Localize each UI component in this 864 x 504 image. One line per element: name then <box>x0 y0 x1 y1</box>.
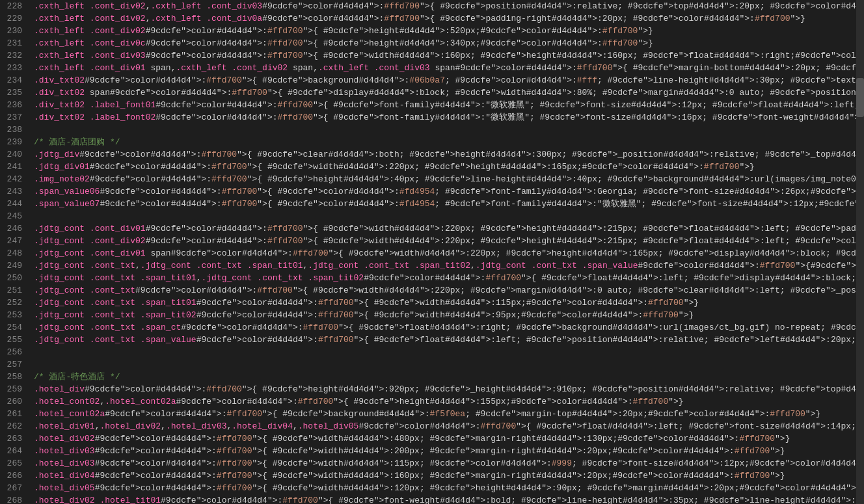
code-line: .hotel_cont02a#9cdcfe">color#d4d4d4">:#f… <box>34 408 864 420</box>
line-number: 234 <box>0 74 22 86</box>
line-number: 257 <box>0 358 22 371</box>
line-number: 250 <box>0 272 22 284</box>
code-line: .cxth_left .cont_div02#9cdcfe">color#d4d… <box>34 25 864 37</box>
line-number: 246 <box>0 222 22 235</box>
line-number: 267 <box>0 482 22 494</box>
line-number: 236 <box>0 99 22 111</box>
code-line <box>34 210 864 222</box>
line-number: 243 <box>0 185 22 198</box>
line-number: 247 <box>0 235 22 247</box>
line-number: 244 <box>0 198 22 210</box>
code-line: .jdtg_cont .cont_div01 span#9cdcfe">colo… <box>34 247 864 259</box>
code-line: .img_note02#9cdcfe">color#d4d4d4">:#ffd7… <box>34 173 864 185</box>
code-line: .div_txt02 .label_font02#9cdcfe">color#d… <box>34 111 864 124</box>
line-number: 268 <box>0 494 22 504</box>
code-line: .cxth_left .cont_div02,.cxth_left .cont_… <box>34 0 864 12</box>
code-line <box>34 358 864 371</box>
line-number: 256 <box>0 346 22 358</box>
line-number: 255 <box>0 334 22 346</box>
code-line: .hotel_div#9cdcfe">color#d4d4d4">:#ffd70… <box>34 383 864 395</box>
line-number: 232 <box>0 49 22 62</box>
line-number: 248 <box>0 247 22 259</box>
line-number: 237 <box>0 111 22 124</box>
line-number: 254 <box>0 321 22 334</box>
code-line: .jdtg_cont .cont_txt .span_value#9cdcfe"… <box>34 334 864 346</box>
line-number: 233 <box>0 62 22 74</box>
line-number: 261 <box>0 408 22 420</box>
code-line: .hotel_div01,.hotel_div02,.hotel_div03,.… <box>34 420 864 432</box>
code-line: .jdtg_cont .cont_div01#9cdcfe">color#d4d… <box>34 222 864 235</box>
code-line: .hotel_div03#9cdcfe">color#d4d4d4">:#ffd… <box>34 457 864 470</box>
line-number: 260 <box>0 395 22 408</box>
line-number: 253 <box>0 309 22 321</box>
line-number: 242 <box>0 173 22 185</box>
line-number: 240 <box>0 148 22 161</box>
code-line: .jdtg_cont .cont_txt .span_tit01,.jdtg_c… <box>34 272 864 284</box>
code-line: .jdtg_cont .cont_txt#9cdcfe">color#d4d4d… <box>34 284 864 297</box>
code-line: .cxth_left .cont_div01 span,.cxth_left .… <box>34 62 864 74</box>
line-number: 231 <box>0 37 22 49</box>
code-line: .cxth_left .cont_div03#9cdcfe">color#d4d… <box>34 49 864 62</box>
code-line: .cxth_left .cont_div0c#9cdcfe">color#d4d… <box>34 37 864 49</box>
code-line <box>34 346 864 358</box>
code-area[interactable]: .cxth_left .cont_div02,.cxth_left .cont_… <box>27 0 864 504</box>
line-number: 258 <box>0 371 22 383</box>
code-line: .hotel_cont02,.hotel_cont02a#9cdcfe">col… <box>34 395 864 408</box>
code-line: /* 酒店-酒店团购 */ <box>34 136 864 148</box>
code-line: .hotel_div04#9cdcfe">color#d4d4d4">:#ffd… <box>34 470 864 482</box>
line-number: 249 <box>0 259 22 272</box>
line-number: 230 <box>0 25 22 37</box>
code-line: .jdtg_div#9cdcfe">color#d4d4d4">:#ffd700… <box>34 148 864 161</box>
code-line: .cxth_left .cont_div02,.cxth_left .cont_… <box>34 12 864 25</box>
line-number: 238 <box>0 124 22 136</box>
line-number: 264 <box>0 445 22 457</box>
scrollbar-thumb[interactable] <box>856 78 864 117</box>
line-number: 245 <box>0 210 22 222</box>
code-line: .hotel_div02#9cdcfe">color#d4d4d4">:#ffd… <box>34 432 864 445</box>
code-line: .jdtg_cont .cont_div02#9cdcfe">color#d4d… <box>34 235 864 247</box>
scrollbar[interactable] <box>856 0 864 504</box>
line-number: 252 <box>0 297 22 309</box>
code-line: .jdtg_cont .cont_txt .span_ct#9cdcfe">co… <box>34 321 864 334</box>
code-line: .jdtg_cont .cont_txt,.jdtg_cont .cont_tx… <box>34 259 864 272</box>
editor-container: 2282292302312322332342352362372382392402… <box>0 0 864 504</box>
line-number: 235 <box>0 86 22 99</box>
code-line: .div_txt02 .label_font01#9cdcfe">color#d… <box>34 99 864 111</box>
code-line: .div_txt02 span#9cdcfe">color#d4d4d4">:#… <box>34 86 864 99</box>
line-number: 229 <box>0 12 22 25</box>
code-line: .hotel_div02 .hotel_tit01#9cdcfe">color#… <box>34 494 864 504</box>
line-number: 251 <box>0 284 22 297</box>
line-number: 241 <box>0 161 22 173</box>
code-line: .div_txt02#9cdcfe">color#d4d4d4">:#ffd70… <box>34 74 864 86</box>
code-line: .span_value06#9cdcfe">color#d4d4d4">:#ff… <box>34 185 864 198</box>
line-number: 239 <box>0 136 22 148</box>
code-line: .jdtg_cont .cont_txt .span_tit02#9cdcfe"… <box>34 309 864 321</box>
line-number: 262 <box>0 420 22 432</box>
code-line: .hotel_div03#9cdcfe">color#d4d4d4">:#ffd… <box>34 445 864 457</box>
code-line: .jdtg_div01#9cdcfe">color#d4d4d4">:#ffd7… <box>34 161 864 173</box>
line-number: 265 <box>0 457 22 470</box>
line-number: 263 <box>0 432 22 445</box>
code-line: .span_value07#9cdcfe">color#d4d4d4">:#ff… <box>34 198 864 210</box>
line-numbers: 2282292302312322332342352362372382392402… <box>0 0 27 504</box>
code-line: /* 酒店-特色酒店 */ <box>34 371 864 383</box>
line-number: 259 <box>0 383 22 395</box>
code-line <box>34 124 864 136</box>
line-number: 266 <box>0 470 22 482</box>
line-number: 228 <box>0 0 22 12</box>
code-line: .hotel_div05#9cdcfe">color#d4d4d4">:#ffd… <box>34 482 864 494</box>
code-line: .jdtg_cont .cont_txt .span_tit01#9cdcfe"… <box>34 297 864 309</box>
